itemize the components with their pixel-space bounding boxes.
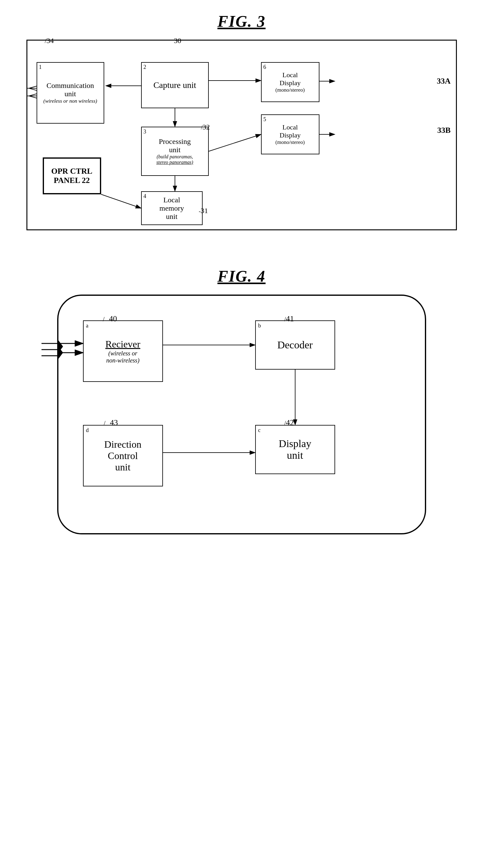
label-a: a — [86, 322, 89, 329]
local-display-b-label: Local Display (mono/stereo) — [276, 123, 305, 146]
direction-ctrl-box: d Direction Control unit — [83, 425, 163, 487]
comm-unit-box: 1 Communication unit (wireless or non wi… — [37, 62, 104, 124]
processing-unit-label: Processing unit (build panoramas, stereo… — [157, 137, 193, 165]
fig4-wrapper: a Reciever (wireless or non-wireless) 40… — [57, 294, 426, 534]
label-c: c — [258, 427, 261, 434]
label-33b: 33B — [437, 126, 450, 135]
local-display-a-num: 6 — [263, 64, 266, 70]
processing-unit-box: 3 Processing unit (build panoramas, ster… — [141, 127, 209, 176]
local-display-a-box: 6 Local Display (mono/stereo) — [261, 62, 319, 102]
display-unit-label: Display unit — [279, 438, 312, 461]
local-memory-num: 4 — [143, 193, 146, 199]
fig3-wrapper: /34 30 1 Communication unit (wireless or… — [27, 40, 457, 230]
label-40: 40 — [109, 314, 117, 323]
label-b: b — [258, 322, 261, 329]
decoder-label: Decoder — [277, 339, 313, 351]
fig4-container: a Reciever (wireless or non-wireless) 40… — [57, 294, 426, 534]
label-d: d — [86, 427, 89, 434]
capture-unit-box: 2 Capture unit — [141, 62, 209, 108]
fig4-title: FIG. 4 — [19, 267, 464, 285]
label-41: /41 — [284, 314, 294, 323]
label-32: /32 — [201, 123, 210, 131]
opr-ctrl-box: OPR CTRL PANEL 22 — [43, 157, 101, 194]
local-memory-box: 4 Local memory unit — [141, 191, 203, 225]
fig3-container: 1 Communication unit (wireless or non wi… — [27, 40, 457, 230]
capture-unit-num: 2 — [143, 64, 146, 70]
fig3-title: FIG. 3 — [19, 12, 464, 30]
label-43: 43 — [110, 418, 118, 427]
local-display-b-box: 5 Local Display (mono/stereo) — [261, 114, 319, 154]
opr-ctrl-label2: PANEL 22 — [54, 176, 90, 185]
capture-unit-label: Capture unit — [153, 80, 196, 90]
comm-unit-num: 1 — [39, 64, 42, 70]
reciever-box: a Reciever (wireless or non-wireless) — [83, 320, 163, 382]
slash-40: / — [103, 316, 105, 323]
processing-unit-num: 3 — [143, 128, 146, 135]
opr-ctrl-label1: OPR CTRL — [51, 167, 93, 176]
input-arrow — [41, 336, 63, 365]
label-42: /42 — [284, 418, 294, 427]
svg-line-5 — [209, 134, 261, 151]
direction-ctrl-label: Direction Control unit — [104, 439, 141, 473]
label-31: -31 — [199, 207, 208, 215]
local-memory-label: Local memory unit — [160, 196, 184, 221]
local-display-a-label: Local Display (mono/stereo) — [276, 71, 305, 93]
svg-line-7 — [101, 194, 141, 208]
comm-unit-label: Communication unit (wireless or non wire… — [43, 82, 97, 104]
reciever-label: Reciever (wireless or non-wireless) — [105, 339, 140, 364]
display-unit-box: c Display unit — [255, 425, 335, 474]
slash-43: / — [104, 420, 106, 427]
local-display-b-num: 5 — [263, 116, 266, 123]
label-33a: 33A — [437, 76, 451, 86]
decoder-box: b Decoder — [255, 320, 335, 370]
